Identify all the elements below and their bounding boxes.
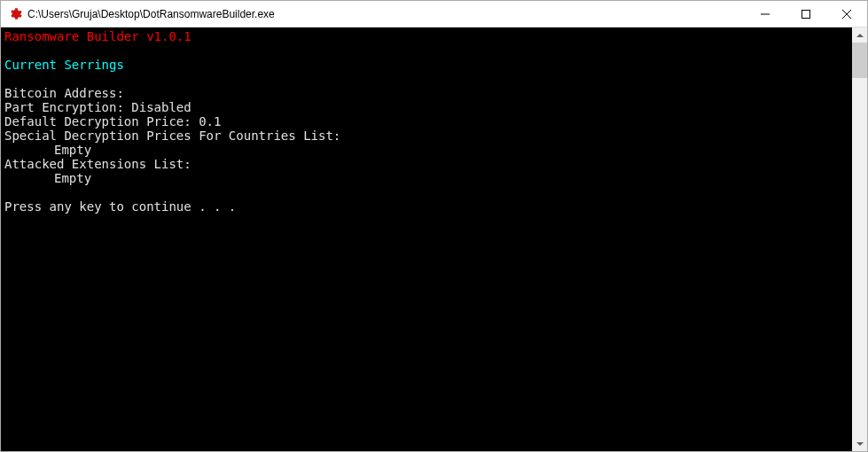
window-title: C:\Users\Gruja\Desktop\DotRansomwareBuil… xyxy=(27,8,745,20)
console-area[interactable]: Ransomware Builder v1.0.1 Current Serrin… xyxy=(1,27,867,451)
svg-marker-5 xyxy=(856,442,864,446)
vertical-scrollbar[interactable] xyxy=(852,27,867,451)
line-special-prices: Special Decryption Prices For Countries … xyxy=(4,129,340,143)
titlebar[interactable]: C:\Users\Gruja\Desktop\DotRansomwareBuil… xyxy=(1,1,867,27)
line-bitcoin: Bitcoin Address: xyxy=(4,86,124,100)
line-attacked-ext: Attacked Extensions List: xyxy=(4,157,192,171)
svg-rect-1 xyxy=(802,10,810,18)
console-content: Ransomware Builder v1.0.1 Current Serrin… xyxy=(1,27,852,451)
line-special-prices-value: Empty xyxy=(4,143,91,157)
scroll-thumb[interactable] xyxy=(852,43,867,78)
line-default-price: Default Decryption Price: 0.1 xyxy=(4,114,221,129)
section-title: Current Serrings xyxy=(4,58,124,72)
scroll-track[interactable] xyxy=(852,43,867,436)
line-part-encryption: Part Encryption: Disabled xyxy=(4,100,192,114)
line-prompt: Press any key to continue . . . xyxy=(4,199,236,214)
scroll-down-button[interactable] xyxy=(852,436,867,451)
window-controls xyxy=(745,1,867,27)
maximize-button[interactable] xyxy=(786,1,826,27)
svg-marker-4 xyxy=(856,34,864,37)
scroll-up-button[interactable] xyxy=(852,27,867,43)
console-header: Ransomware Builder v1.0.1 xyxy=(4,29,192,43)
app-window: C:\Users\Gruja\Desktop\DotRansomwareBuil… xyxy=(0,0,868,452)
app-gear-icon xyxy=(8,7,22,21)
close-button[interactable] xyxy=(826,1,867,27)
line-attacked-ext-value: Empty xyxy=(4,171,91,185)
minimize-button[interactable] xyxy=(745,1,786,27)
